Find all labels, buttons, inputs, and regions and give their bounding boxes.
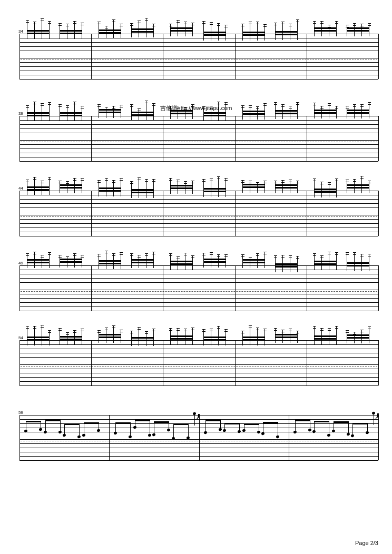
barline xyxy=(19,34,20,79)
barline xyxy=(19,340,20,385)
barline xyxy=(289,415,289,460)
barline xyxy=(307,340,307,385)
sheet-music-page: 吉他谱http://www.jitapu.com Page 2/3 343944… xyxy=(0,0,392,554)
barline xyxy=(91,191,92,236)
barline xyxy=(307,265,307,311)
barline xyxy=(91,116,92,161)
tab-dashes xyxy=(21,60,377,60)
tab-dashes xyxy=(21,142,377,142)
barline xyxy=(307,191,307,236)
notation-staff xyxy=(19,191,378,207)
notation-staff xyxy=(19,265,378,282)
barline xyxy=(91,265,92,311)
tablature-staff xyxy=(19,364,378,385)
tablature-staff xyxy=(19,58,378,79)
bar-number: 59 xyxy=(18,410,23,415)
barline xyxy=(19,415,20,460)
barline xyxy=(163,265,163,311)
barline xyxy=(163,116,163,161)
system: 39 xyxy=(19,116,378,161)
barline xyxy=(378,34,379,79)
tablature-staff xyxy=(19,290,378,311)
barline xyxy=(199,415,200,460)
notation-staff xyxy=(19,116,378,133)
tab-dashes xyxy=(21,216,377,217)
barline xyxy=(235,340,236,385)
barline xyxy=(19,191,20,236)
barline xyxy=(307,116,307,161)
barline xyxy=(235,116,236,161)
system: 44 xyxy=(19,191,378,236)
watermark-text: 吉他谱http://www.jitapu.com xyxy=(0,104,392,112)
barline xyxy=(235,265,236,311)
bar-number: 34 xyxy=(18,29,23,34)
barline xyxy=(109,415,110,460)
barline xyxy=(378,191,379,236)
system: 59 xyxy=(19,415,378,460)
barline xyxy=(163,340,163,385)
notation-staff xyxy=(19,340,378,357)
bar-number: 39 xyxy=(18,111,23,116)
barline xyxy=(378,116,379,161)
tab-dashes xyxy=(21,366,377,367)
barline xyxy=(307,34,307,79)
barline xyxy=(378,265,379,311)
bar-number: 49 xyxy=(18,261,23,265)
tablature-staff xyxy=(19,215,378,236)
barline xyxy=(19,116,20,161)
tab-dashes xyxy=(21,291,377,292)
barline xyxy=(378,340,379,385)
barline xyxy=(235,34,236,79)
barline xyxy=(91,34,92,79)
tablature-staff xyxy=(19,140,378,161)
barline xyxy=(163,34,163,79)
barline xyxy=(163,191,163,236)
bar-number: 44 xyxy=(18,186,23,191)
system: 49 xyxy=(19,265,378,311)
barline xyxy=(235,191,236,236)
notation-staff xyxy=(19,34,378,51)
barline xyxy=(378,415,379,460)
bar-number: 54 xyxy=(18,335,23,340)
page-footer: Page 2/3 xyxy=(355,540,378,546)
system: 34 xyxy=(19,34,378,79)
system: 54 xyxy=(19,340,378,385)
barline xyxy=(19,265,20,311)
barline xyxy=(91,340,92,385)
